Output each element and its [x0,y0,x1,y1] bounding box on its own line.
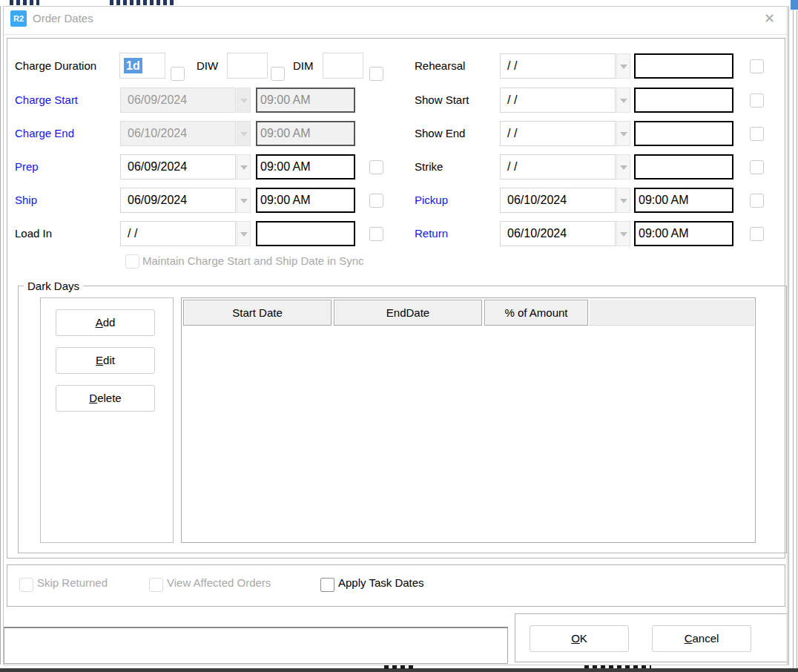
show-start-time-field[interactable] [634,88,733,113]
show-end-label: Show End [415,121,465,146]
charge-end-label: Charge End [15,121,74,146]
charge-duration-label: Charge Duration [15,53,96,79]
column-header-percent-amount[interactable]: % of Amount [484,300,588,326]
charge-start-label: Charge Start [15,88,78,113]
load-in-checkbox[interactable] [369,227,383,241]
pickup-label: Pickup [415,188,448,213]
background-window-text-fragment [384,665,414,669]
load-in-label: Load In [15,221,52,246]
pickup-time-field[interactable]: 09:00 AM [634,188,733,213]
r2-app-icon: R2 [10,10,27,27]
ship-checkbox[interactable] [369,194,383,208]
dropdown-arrow-icon[interactable] [616,121,630,146]
background-window-border [793,0,794,672]
dropdown-arrow-icon [237,88,251,113]
column-header-start-date[interactable]: Start Date [183,300,332,326]
column-header-end-date[interactable]: EndDate [334,300,482,326]
charge-end-date-combo: 06/10/2024 [120,121,251,146]
strike-time-field[interactable] [634,154,733,179]
dark-days-button-panel: Add Edit Delete [40,297,174,543]
footer-options-panel: Skip Returned View Affected Orders Apply… [7,564,785,607]
edit-button[interactable]: Edit [56,347,155,374]
load-in-date-combo[interactable]: / / [120,221,251,246]
dropdown-arrow-icon[interactable] [616,188,630,213]
apply-task-dates-checkbox[interactable] [320,578,334,592]
dark-days-title: Dark Days [24,280,83,292]
background-window-corner [791,0,798,10]
close-icon[interactable]: ✕ [764,10,775,27]
dropdown-arrow-icon[interactable] [616,154,630,179]
delete-button[interactable]: Delete [56,385,155,412]
show-start-checkbox[interactable] [750,93,764,108]
apply-task-dates-label: Apply Task Dates [338,575,424,591]
diw-checkbox[interactable] [271,67,285,81]
view-affected-orders-checkbox [149,578,163,592]
window-title: Order Dates [33,12,93,24]
prep-label: Prep [15,154,39,179]
strike-date-combo[interactable]: / / [500,154,630,179]
strike-checkbox[interactable] [750,160,764,174]
dates-panel: Charge Duration 1d DIW DIM Charge Start … [7,38,785,559]
dim-label: DIM [293,53,314,79]
ship-date-combo[interactable]: 06/09/2024 [120,188,251,213]
show-end-checkbox[interactable] [750,127,764,141]
show-end-time-field[interactable] [634,121,733,146]
order-dates-dialog: R2 Order Dates ✕ Charge Duration 1d DIW … [3,6,788,665]
rehearsal-date-combo[interactable]: / / [500,53,630,79]
prep-checkbox[interactable] [369,160,383,174]
prep-date-combo[interactable]: 06/09/2024 [120,154,251,179]
return-date-combo[interactable]: 06/10/2024 [500,221,630,246]
charge-start-date-combo: 06/09/2024 [120,88,251,113]
charge-duration-checkbox[interactable] [171,67,185,81]
action-button-panel: OK Cancel [515,613,788,662]
background-window-border [797,10,797,672]
dropdown-arrow-icon[interactable] [616,221,630,246]
add-button[interactable]: Add [56,309,155,336]
cancel-button[interactable]: Cancel [652,625,751,652]
message-box[interactable] [4,627,508,664]
show-start-date-combo[interactable]: / / [500,88,630,113]
charge-duration-input[interactable]: 1d [119,53,165,79]
maintain-sync-label: Maintain Charge Start and Ship Date in S… [142,248,364,274]
maintain-sync-checkbox [125,254,139,269]
pickup-checkbox[interactable] [750,194,764,208]
diw-input[interactable] [227,53,268,79]
dark-days-table: Start Date EndDate % of Amount [181,297,756,543]
column-header-filler [590,300,754,326]
rehearsal-time-field[interactable] [634,53,733,79]
dropdown-arrow-icon [237,121,251,146]
show-start-label: Show Start [415,88,469,113]
dim-input[interactable] [323,53,363,79]
rehearsal-label: Rehearsal [415,53,465,79]
dropdown-arrow-icon[interactable] [616,88,630,113]
background-window-text-fragment [110,0,174,5]
charge-start-time-field: 09:00 AM [256,88,355,113]
dropdown-arrow-icon[interactable] [237,188,251,213]
prep-time-field[interactable]: 09:00 AM [256,154,355,179]
rehearsal-checkbox[interactable] [750,59,764,73]
screen: R2 Order Dates ✕ Charge Duration 1d DIW … [0,0,798,672]
return-checkbox[interactable] [750,227,764,241]
ship-label: Ship [15,188,37,213]
dropdown-arrow-icon[interactable] [237,154,251,179]
pickup-date-combo[interactable]: 06/10/2024 [500,188,630,213]
charge-end-time-field: 09:00 AM [256,121,355,146]
dropdown-arrow-icon[interactable] [616,53,630,79]
show-end-date-combo[interactable]: / / [500,121,630,146]
skip-returned-label: Skip Returned [37,575,108,591]
return-time-field[interactable]: 09:00 AM [634,221,733,246]
background-window-border [788,6,789,665]
return-label: Return [415,221,448,246]
diw-label: DIW [197,53,218,79]
title-bar: R2 Order Dates ✕ [4,7,787,35]
dropdown-arrow-icon[interactable] [237,221,251,246]
view-affected-orders-label: View Affected Orders [167,575,271,591]
skip-returned-checkbox [19,578,33,592]
dim-checkbox[interactable] [369,67,383,81]
charge-duration-selected-text: 1d [124,58,142,73]
strike-label: Strike [415,154,443,179]
ok-button[interactable]: OK [530,625,629,652]
ship-time-field[interactable]: 09:00 AM [256,188,355,213]
background-window-border [0,6,1,665]
load-in-time-field[interactable] [256,221,355,246]
